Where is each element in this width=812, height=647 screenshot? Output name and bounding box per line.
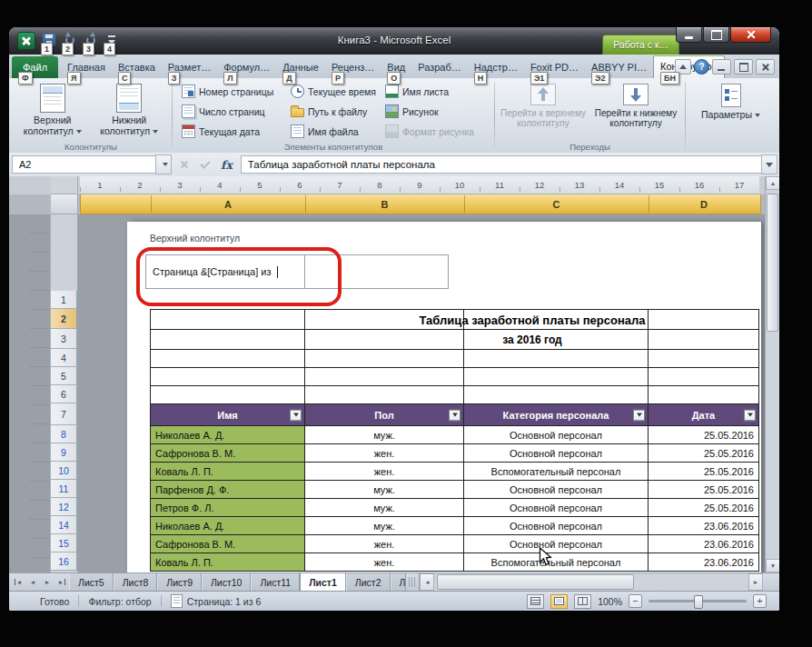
- cell-category[interactable]: Основной персонал: [464, 444, 649, 463]
- cell-name[interactable]: Коваль Л. П.: [151, 553, 305, 572]
- ribbon-tab[interactable]: Файл Ф: [12, 56, 58, 78]
- cell-category[interactable]: Основной персонал: [464, 517, 649, 535]
- ribbon-element-button[interactable]: Номер страницы: [180, 82, 289, 101]
- table-header-cell[interactable]: Имя: [151, 404, 305, 426]
- ribbon-element-button[interactable]: Имя листа: [383, 82, 489, 101]
- ribbon-element-button[interactable]: Текущая дата: [180, 122, 289, 141]
- vertical-scrollbar[interactable]: ▲ ▼: [765, 176, 779, 572]
- column-header[interactable]: A: [151, 194, 305, 214]
- cell-category[interactable]: Основной персонал: [464, 481, 649, 499]
- cell-gender[interactable]: муж.: [305, 426, 464, 444]
- cell-category[interactable]: Основной персонал: [464, 499, 649, 517]
- ribbon-element-button[interactable]: Число страниц: [180, 102, 289, 121]
- cell-date[interactable]: 23.06.2016: [649, 553, 759, 572]
- cell-gender[interactable]: муж.: [305, 481, 464, 499]
- cell-gender[interactable]: жен.: [305, 444, 464, 463]
- empty-cell[interactable]: [649, 350, 759, 368]
- workbook-minimize-button[interactable]: [712, 59, 731, 75]
- empty-cell[interactable]: [649, 368, 759, 386]
- scroll-right-button[interactable]: ►: [748, 573, 763, 591]
- scroll-up-button[interactable]: ▲: [766, 176, 779, 190]
- zoom-slider-thumb[interactable]: [694, 595, 703, 609]
- cell-category[interactable]: Основной персонал: [464, 535, 649, 553]
- cell-name[interactable]: Петров Ф. Л.: [151, 499, 305, 517]
- cell-date[interactable]: 25.05.2016: [649, 426, 759, 444]
- cell-name[interactable]: Парфенов Д. Ф.: [151, 481, 305, 499]
- sheet-tab[interactable]: Лист11: [251, 573, 300, 591]
- workbook-close-button[interactable]: [756, 59, 775, 75]
- sheet-tab[interactable]: Лист10: [202, 573, 252, 591]
- ribbon-tab[interactable]: Данные Д: [276, 56, 325, 78]
- ribbon-tab[interactable]: Разраб…: [411, 56, 468, 78]
- column-header[interactable]: B: [305, 194, 464, 214]
- ribbon-tab[interactable]: Формул… Л: [217, 56, 276, 78]
- last-sheet-button[interactable]: ►: [54, 573, 69, 591]
- cell-gender[interactable]: муж.: [305, 517, 464, 535]
- contextual-tab-group-label[interactable]: Работа с к…: [602, 35, 679, 55]
- cell-date[interactable]: 25.05.2016: [649, 444, 759, 463]
- title-bar[interactable]: 1 2 3 4 Книга3 - Microsoft Excel Работа …: [9, 27, 779, 55]
- minimize-button[interactable]: [676, 27, 702, 43]
- close-button[interactable]: [730, 27, 771, 43]
- row-header[interactable]: 11: [51, 480, 77, 498]
- sheet-tab[interactable]: Л: [391, 573, 407, 591]
- empty-cell[interactable]: [151, 350, 305, 368]
- maximize-button[interactable]: [703, 27, 729, 43]
- empty-cell[interactable]: [151, 368, 305, 386]
- insert-function-button[interactable]: fx: [221, 158, 233, 172]
- ribbon-tab[interactable]: Надстр… Н: [468, 56, 524, 78]
- empty-cell[interactable]: [649, 330, 759, 350]
- filter-dropdown-button[interactable]: [290, 409, 302, 421]
- cell-date[interactable]: 23.06.2016: [649, 517, 759, 535]
- row-header[interactable]: 3: [51, 329, 77, 349]
- table-header-cell[interactable]: Пол: [305, 404, 464, 426]
- ribbon-tab[interactable]: Главная Я: [61, 56, 112, 78]
- row-header[interactable]: 10: [51, 462, 77, 480]
- first-sheet-button[interactable]: ◄: [11, 573, 25, 591]
- ribbon-element-button[interactable]: Формат рисунка: [383, 122, 489, 141]
- sheet-tab[interactable]: Лист9: [157, 573, 202, 591]
- formula-bar-expand-button[interactable]: [761, 154, 777, 174]
- vertical-scroll-thumb[interactable]: [767, 194, 778, 332]
- horizontal-scroll-track[interactable]: [434, 573, 748, 591]
- cell-name[interactable]: Николаев А. Д.: [151, 517, 305, 535]
- header-footer-button[interactable]: Нижний колонтитул: [93, 81, 167, 138]
- ribbon-tab[interactable]: Реценз… Р: [325, 56, 381, 78]
- filter-dropdown-button[interactable]: [633, 409, 645, 421]
- ribbon-element-button[interactable]: Путь к файлу: [289, 102, 383, 121]
- row-header[interactable]: 4: [51, 349, 77, 367]
- scroll-down-button[interactable]: ▼: [766, 559, 779, 572]
- row-header[interactable]: 14: [51, 516, 77, 534]
- row-header[interactable]: 6: [51, 385, 77, 403]
- empty-cell[interactable]: [151, 310, 305, 330]
- empty-cell[interactable]: [151, 386, 305, 404]
- workbook-restore-button[interactable]: [734, 59, 753, 75]
- name-box-dropdown[interactable]: [155, 154, 172, 174]
- column-header[interactable]: D: [649, 194, 759, 214]
- cell-date[interactable]: 25.05.2016: [649, 463, 759, 481]
- row-header[interactable]: 8: [51, 425, 77, 443]
- cell-category[interactable]: Вспомогательный персонал: [464, 463, 649, 481]
- cell-category[interactable]: Вспомогательный персонал: [464, 553, 649, 572]
- ribbon-tab[interactable]: Вставка С: [112, 56, 162, 78]
- qat-button[interactable]: 4: [102, 31, 121, 48]
- ribbon-tab[interactable]: ABBYY PI… Э2: [585, 56, 653, 78]
- sheet-tab[interactable]: Лист2: [346, 573, 391, 591]
- empty-cell[interactable]: [151, 330, 305, 350]
- previous-sheet-button[interactable]: ◄: [25, 573, 40, 591]
- cell-gender[interactable]: жен.: [305, 553, 464, 572]
- ribbon-tab[interactable]: Размет… З: [162, 56, 217, 78]
- column-header[interactable]: C: [464, 194, 649, 214]
- table-header-cell[interactable]: Категория персонала: [464, 404, 649, 426]
- qat-button[interactable]: 3: [81, 31, 100, 48]
- filter-dropdown-button[interactable]: [449, 409, 460, 421]
- empty-cell[interactable]: [305, 386, 464, 404]
- normal-view-button[interactable]: [527, 594, 544, 609]
- row-header[interactable]: 15: [51, 534, 77, 552]
- sheet-tab[interactable]: Лист1: [300, 573, 346, 591]
- cell-name[interactable]: Николаев А. Д.: [151, 426, 305, 444]
- row-header[interactable]: 7: [51, 403, 77, 425]
- row-header[interactable]: 5: [51, 367, 77, 385]
- zoom-in-button[interactable]: +: [753, 594, 767, 608]
- qat-button[interactable]: 1: [39, 31, 58, 48]
